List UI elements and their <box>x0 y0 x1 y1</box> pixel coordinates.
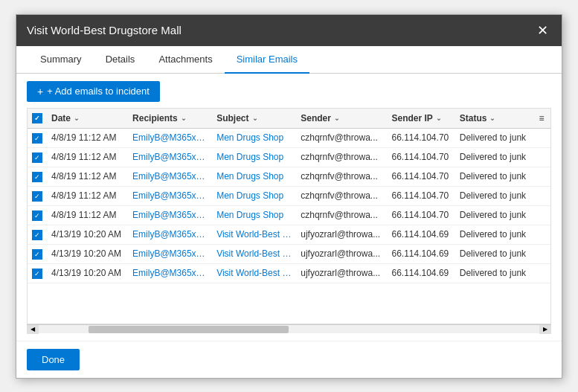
table-row[interactable]: ✓ 4/13/19 10:20 AM EmilyB@M365x24... Vis… <box>28 263 550 283</box>
row-sender-ip: 66.114.104.69 <box>387 225 455 244</box>
content-area: + + Add emails to incident ✓ Date <box>16 74 562 341</box>
row-sender-ip: 66.114.104.70 <box>387 167 455 186</box>
row-status: Delivered to junk <box>455 225 533 244</box>
row-sender-ip: 66.114.104.70 <box>387 186 455 205</box>
row-subject[interactable]: Visit World-Best Drug <box>212 244 296 263</box>
scroll-track[interactable] <box>39 325 539 333</box>
row-checkbox[interactable]: ✓ <box>32 191 42 202</box>
header-subject[interactable]: Subject ⌄ <box>212 109 296 129</box>
row-checkbox-cell[interactable]: ✓ <box>28 167 47 186</box>
scroll-left-button[interactable]: ◀ <box>27 325 39 334</box>
row-date: 4/13/19 10:20 AM <box>47 244 128 263</box>
sender-ip-sort-icon: ⌄ <box>436 115 442 122</box>
row-date: 4/13/19 10:20 AM <box>47 225 128 244</box>
row-checkbox-cell[interactable]: ✓ <box>28 244 47 263</box>
header-date[interactable]: Date ⌄ <box>47 109 128 129</box>
row-recipients[interactable]: EmilyB@M365x24... <box>128 128 212 147</box>
row-subject[interactable]: Men Drugs Shop <box>212 205 296 225</box>
row-subject[interactable]: Men Drugs Shop <box>212 167 296 186</box>
row-sender: czhqrnfv@throwa... <box>296 128 387 147</box>
row-checkbox[interactable]: ✓ <box>32 269 42 279</box>
tab-similar-emails[interactable]: Similar Emails <box>225 46 309 74</box>
row-subject[interactable]: Visit World-Best Drug <box>212 263 296 283</box>
row-sender: ujfyozrarl@throwa... <box>296 244 387 263</box>
row-extra <box>533 128 550 147</box>
header-sender[interactable]: Sender ⌄ <box>296 109 387 129</box>
row-recipients[interactable]: EmilyB@M365x24... <box>128 205 212 225</box>
row-recipients[interactable]: EmilyB@M365x24... <box>128 167 212 186</box>
table-row[interactable]: ✓ 4/8/19 11:12 AM EmilyB@M365x24... Men … <box>28 205 550 225</box>
row-date: 4/8/19 11:12 AM <box>47 128 128 147</box>
row-checkbox[interactable]: ✓ <box>32 249 42 260</box>
row-checkbox-cell[interactable]: ✓ <box>28 225 47 244</box>
table-row[interactable]: ✓ 4/13/19 10:20 AM EmilyB@M365x24... Vis… <box>28 244 550 263</box>
row-sender: ujfyozrarl@throwa... <box>296 263 387 283</box>
tabs-bar: Summary Details Attachments Similar Emai… <box>16 46 562 74</box>
row-subject[interactable]: Visit World-Best Drug <box>212 225 296 244</box>
tab-details[interactable]: Details <box>94 46 147 74</box>
tab-attachments[interactable]: Attachments <box>147 46 224 74</box>
header-status[interactable]: Status ⌄ <box>455 109 533 129</box>
row-status: Delivered to junk <box>455 244 533 263</box>
row-checkbox-cell[interactable]: ✓ <box>28 205 47 225</box>
row-check-icon: ✓ <box>34 193 40 200</box>
row-sender: czhqrnfv@throwa... <box>296 147 387 167</box>
dialog-title: Visit World-Best Drugstore Mall <box>27 24 182 36</box>
emails-table-container[interactable]: ✓ Date ⌄ Recipients ⌄ <box>27 108 551 324</box>
row-sender: czhqrnfv@throwa... <box>296 186 387 205</box>
close-button[interactable]: ✕ <box>534 24 551 37</box>
row-checkbox[interactable]: ✓ <box>32 152 42 163</box>
table-row[interactable]: ✓ 4/8/19 11:12 AM EmilyB@M365x24... Men … <box>28 186 550 205</box>
row-sender-ip: 66.114.104.70 <box>387 128 455 147</box>
table-row[interactable]: ✓ 4/13/19 10:20 AM EmilyB@M365x24... Vis… <box>28 225 550 244</box>
tab-summary[interactable]: Summary <box>28 46 94 74</box>
row-date: 4/8/19 11:12 AM <box>47 186 128 205</box>
row-subject[interactable]: Men Drugs Shop <box>212 186 296 205</box>
date-sort-icon: ⌄ <box>74 115 80 122</box>
row-checkbox[interactable]: ✓ <box>32 133 42 144</box>
row-subject[interactable]: Men Drugs Shop <box>212 147 296 167</box>
row-checkbox-cell[interactable]: ✓ <box>28 147 47 167</box>
done-button[interactable]: Done <box>27 349 80 370</box>
table-row[interactable]: ✓ 4/8/19 11:12 AM EmilyB@M365x24... Men … <box>28 128 550 147</box>
horizontal-scrollbar[interactable]: ◀ ▶ <box>27 324 551 333</box>
row-checkbox-cell[interactable]: ✓ <box>28 186 47 205</box>
row-extra <box>533 186 550 205</box>
columns-menu-icon[interactable]: ≡ <box>539 113 544 123</box>
row-checkbox-cell[interactable]: ✓ <box>28 128 47 147</box>
row-sender-ip: 66.114.104.69 <box>387 263 455 283</box>
scroll-right-button[interactable]: ▶ <box>539 325 551 334</box>
row-recipients[interactable]: EmilyB@M365x24... <box>128 244 212 263</box>
row-extra <box>533 225 550 244</box>
row-checkbox[interactable]: ✓ <box>32 230 42 240</box>
row-checkbox[interactable]: ✓ <box>32 172 42 182</box>
row-status: Delivered to junk <box>455 167 533 186</box>
header-checkbox-cell[interactable]: ✓ <box>28 109 47 129</box>
row-sender: czhqrnfv@throwa... <box>296 167 387 186</box>
header-sender-ip[interactable]: Sender IP ⌄ <box>387 109 455 129</box>
header-recipients[interactable]: Recipients ⌄ <box>128 109 212 129</box>
add-emails-button[interactable]: + + Add emails to incident <box>27 81 160 102</box>
row-recipients[interactable]: EmilyB@M365x24... <box>128 147 212 167</box>
table-row[interactable]: ✓ 4/8/19 11:12 AM EmilyB@M365x24... Men … <box>28 147 550 167</box>
row-check-icon: ✓ <box>34 173 40 181</box>
row-recipients[interactable]: EmilyB@M365x24... <box>128 225 212 244</box>
row-date: 4/13/19 10:20 AM <box>47 263 128 283</box>
row-date: 4/8/19 11:12 AM <box>47 147 128 167</box>
row-checkbox[interactable]: ✓ <box>32 211 42 221</box>
emails-table: ✓ Date ⌄ Recipients ⌄ <box>28 109 550 283</box>
header-check-icon: ✓ <box>34 115 40 122</box>
row-status: Delivered to junk <box>455 263 533 283</box>
table-row[interactable]: ✓ 4/8/19 11:12 AM EmilyB@M365x24... Men … <box>28 167 550 186</box>
row-check-icon: ✓ <box>34 154 40 161</box>
header-menu-cell[interactable]: ≡ <box>533 109 550 129</box>
row-extra <box>533 244 550 263</box>
row-subject[interactable]: Men Drugs Shop <box>212 128 296 147</box>
table-header-row: ✓ Date ⌄ Recipients ⌄ <box>28 109 550 129</box>
scroll-thumb[interactable] <box>89 326 289 333</box>
row-recipients[interactable]: EmilyB@M365x24... <box>128 263 212 283</box>
row-recipients[interactable]: EmilyB@M365x24... <box>128 186 212 205</box>
row-status: Delivered to junk <box>455 147 533 167</box>
header-checkbox[interactable]: ✓ <box>32 113 42 123</box>
row-checkbox-cell[interactable]: ✓ <box>28 263 47 283</box>
